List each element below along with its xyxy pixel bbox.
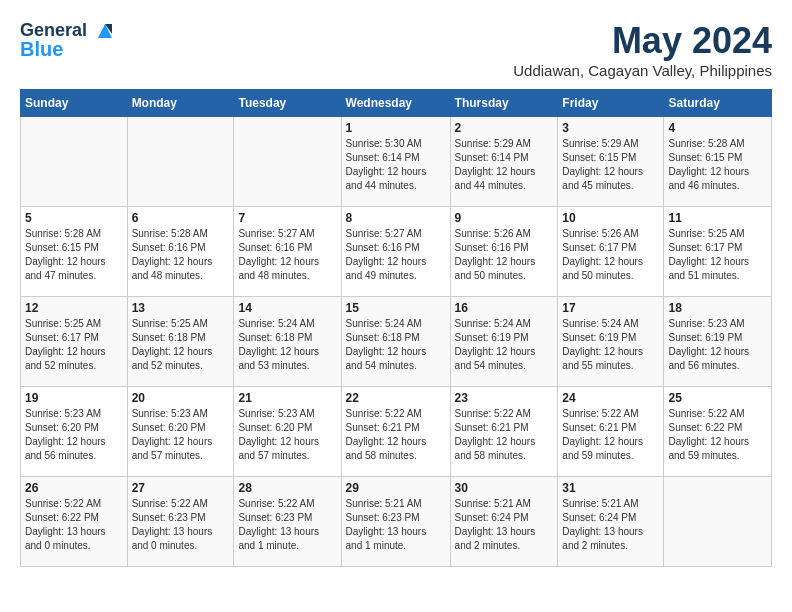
day-info: Sunrise: 5:24 AM Sunset: 6:18 PM Dayligh… <box>346 317 446 373</box>
day-info: Sunrise: 5:27 AM Sunset: 6:16 PM Dayligh… <box>346 227 446 283</box>
location-subtitle: Uddiawan, Cagayan Valley, Philippines <box>513 62 772 79</box>
day-info: Sunrise: 5:22 AM Sunset: 6:21 PM Dayligh… <box>346 407 446 463</box>
column-header-friday: Friday <box>558 90 664 117</box>
logo: General Blue <box>20 20 116 60</box>
day-number: 6 <box>132 211 230 225</box>
calendar-cell: 15Sunrise: 5:24 AM Sunset: 6:18 PM Dayli… <box>341 297 450 387</box>
calendar-cell: 27Sunrise: 5:22 AM Sunset: 6:23 PM Dayli… <box>127 477 234 567</box>
calendar-cell <box>664 477 772 567</box>
calendar-header-row: SundayMondayTuesdayWednesdayThursdayFrid… <box>21 90 772 117</box>
day-number: 15 <box>346 301 446 315</box>
day-info: Sunrise: 5:26 AM Sunset: 6:17 PM Dayligh… <box>562 227 659 283</box>
day-number: 29 <box>346 481 446 495</box>
column-header-tuesday: Tuesday <box>234 90 341 117</box>
calendar-week-3: 12Sunrise: 5:25 AM Sunset: 6:17 PM Dayli… <box>21 297 772 387</box>
day-number: 2 <box>455 121 554 135</box>
day-info: Sunrise: 5:23 AM Sunset: 6:19 PM Dayligh… <box>668 317 767 373</box>
day-number: 16 <box>455 301 554 315</box>
calendar-cell <box>234 117 341 207</box>
day-info: Sunrise: 5:26 AM Sunset: 6:16 PM Dayligh… <box>455 227 554 283</box>
calendar-cell: 5Sunrise: 5:28 AM Sunset: 6:15 PM Daylig… <box>21 207 128 297</box>
calendar-cell: 20Sunrise: 5:23 AM Sunset: 6:20 PM Dayli… <box>127 387 234 477</box>
calendar-cell: 2Sunrise: 5:29 AM Sunset: 6:14 PM Daylig… <box>450 117 558 207</box>
day-number: 7 <box>238 211 336 225</box>
calendar-cell: 21Sunrise: 5:23 AM Sunset: 6:20 PM Dayli… <box>234 387 341 477</box>
day-info: Sunrise: 5:22 AM Sunset: 6:22 PM Dayligh… <box>25 497 123 553</box>
day-number: 22 <box>346 391 446 405</box>
day-number: 13 <box>132 301 230 315</box>
calendar-cell: 4Sunrise: 5:28 AM Sunset: 6:15 PM Daylig… <box>664 117 772 207</box>
day-info: Sunrise: 5:22 AM Sunset: 6:21 PM Dayligh… <box>455 407 554 463</box>
calendar-cell: 7Sunrise: 5:27 AM Sunset: 6:16 PM Daylig… <box>234 207 341 297</box>
calendar-week-5: 26Sunrise: 5:22 AM Sunset: 6:22 PM Dayli… <box>21 477 772 567</box>
calendar-cell <box>127 117 234 207</box>
calendar-cell: 12Sunrise: 5:25 AM Sunset: 6:17 PM Dayli… <box>21 297 128 387</box>
day-info: Sunrise: 5:21 AM Sunset: 6:24 PM Dayligh… <box>455 497 554 553</box>
day-info: Sunrise: 5:25 AM Sunset: 6:18 PM Dayligh… <box>132 317 230 373</box>
day-number: 27 <box>132 481 230 495</box>
column-header-wednesday: Wednesday <box>341 90 450 117</box>
day-number: 17 <box>562 301 659 315</box>
day-info: Sunrise: 5:28 AM Sunset: 6:15 PM Dayligh… <box>25 227 123 283</box>
day-info: Sunrise: 5:22 AM Sunset: 6:22 PM Dayligh… <box>668 407 767 463</box>
day-number: 5 <box>25 211 123 225</box>
logo-icon <box>94 20 116 42</box>
calendar-cell: 17Sunrise: 5:24 AM Sunset: 6:19 PM Dayli… <box>558 297 664 387</box>
day-info: Sunrise: 5:22 AM Sunset: 6:23 PM Dayligh… <box>132 497 230 553</box>
day-number: 10 <box>562 211 659 225</box>
calendar-cell: 3Sunrise: 5:29 AM Sunset: 6:15 PM Daylig… <box>558 117 664 207</box>
day-info: Sunrise: 5:25 AM Sunset: 6:17 PM Dayligh… <box>25 317 123 373</box>
day-info: Sunrise: 5:29 AM Sunset: 6:15 PM Dayligh… <box>562 137 659 193</box>
day-info: Sunrise: 5:23 AM Sunset: 6:20 PM Dayligh… <box>25 407 123 463</box>
day-number: 12 <box>25 301 123 315</box>
day-number: 20 <box>132 391 230 405</box>
day-info: Sunrise: 5:24 AM Sunset: 6:18 PM Dayligh… <box>238 317 336 373</box>
calendar-cell: 29Sunrise: 5:21 AM Sunset: 6:23 PM Dayli… <box>341 477 450 567</box>
day-info: Sunrise: 5:21 AM Sunset: 6:23 PM Dayligh… <box>346 497 446 553</box>
calendar-cell: 10Sunrise: 5:26 AM Sunset: 6:17 PM Dayli… <box>558 207 664 297</box>
calendar-week-1: 1Sunrise: 5:30 AM Sunset: 6:14 PM Daylig… <box>21 117 772 207</box>
calendar-cell: 28Sunrise: 5:22 AM Sunset: 6:23 PM Dayli… <box>234 477 341 567</box>
day-info: Sunrise: 5:28 AM Sunset: 6:16 PM Dayligh… <box>132 227 230 283</box>
day-number: 21 <box>238 391 336 405</box>
column-header-saturday: Saturday <box>664 90 772 117</box>
calendar-cell: 31Sunrise: 5:21 AM Sunset: 6:24 PM Dayli… <box>558 477 664 567</box>
day-number: 31 <box>562 481 659 495</box>
day-info: Sunrise: 5:25 AM Sunset: 6:17 PM Dayligh… <box>668 227 767 283</box>
column-header-thursday: Thursday <box>450 90 558 117</box>
calendar-week-2: 5Sunrise: 5:28 AM Sunset: 6:15 PM Daylig… <box>21 207 772 297</box>
day-info: Sunrise: 5:29 AM Sunset: 6:14 PM Dayligh… <box>455 137 554 193</box>
day-info: Sunrise: 5:27 AM Sunset: 6:16 PM Dayligh… <box>238 227 336 283</box>
day-number: 26 <box>25 481 123 495</box>
day-info: Sunrise: 5:21 AM Sunset: 6:24 PM Dayligh… <box>562 497 659 553</box>
calendar-cell: 18Sunrise: 5:23 AM Sunset: 6:19 PM Dayli… <box>664 297 772 387</box>
calendar-cell: 24Sunrise: 5:22 AM Sunset: 6:21 PM Dayli… <box>558 387 664 477</box>
day-number: 30 <box>455 481 554 495</box>
column-header-sunday: Sunday <box>21 90 128 117</box>
calendar-cell: 25Sunrise: 5:22 AM Sunset: 6:22 PM Dayli… <box>664 387 772 477</box>
day-number: 3 <box>562 121 659 135</box>
day-number: 14 <box>238 301 336 315</box>
column-header-monday: Monday <box>127 90 234 117</box>
title-block: May 2024 Uddiawan, Cagayan Valley, Phili… <box>513 20 772 79</box>
day-number: 24 <box>562 391 659 405</box>
day-number: 9 <box>455 211 554 225</box>
calendar-cell: 11Sunrise: 5:25 AM Sunset: 6:17 PM Dayli… <box>664 207 772 297</box>
day-info: Sunrise: 5:28 AM Sunset: 6:15 PM Dayligh… <box>668 137 767 193</box>
calendar-cell: 14Sunrise: 5:24 AM Sunset: 6:18 PM Dayli… <box>234 297 341 387</box>
calendar-cell: 19Sunrise: 5:23 AM Sunset: 6:20 PM Dayli… <box>21 387 128 477</box>
calendar-cell: 22Sunrise: 5:22 AM Sunset: 6:21 PM Dayli… <box>341 387 450 477</box>
day-info: Sunrise: 5:22 AM Sunset: 6:23 PM Dayligh… <box>238 497 336 553</box>
calendar-cell: 8Sunrise: 5:27 AM Sunset: 6:16 PM Daylig… <box>341 207 450 297</box>
calendar-cell: 23Sunrise: 5:22 AM Sunset: 6:21 PM Dayli… <box>450 387 558 477</box>
month-title: May 2024 <box>513 20 772 62</box>
calendar-week-4: 19Sunrise: 5:23 AM Sunset: 6:20 PM Dayli… <box>21 387 772 477</box>
calendar-table: SundayMondayTuesdayWednesdayThursdayFrid… <box>20 89 772 567</box>
calendar-cell: 1Sunrise: 5:30 AM Sunset: 6:14 PM Daylig… <box>341 117 450 207</box>
day-info: Sunrise: 5:30 AM Sunset: 6:14 PM Dayligh… <box>346 137 446 193</box>
calendar-cell: 30Sunrise: 5:21 AM Sunset: 6:24 PM Dayli… <box>450 477 558 567</box>
day-number: 8 <box>346 211 446 225</box>
day-number: 1 <box>346 121 446 135</box>
day-number: 19 <box>25 391 123 405</box>
calendar-cell: 26Sunrise: 5:22 AM Sunset: 6:22 PM Dayli… <box>21 477 128 567</box>
